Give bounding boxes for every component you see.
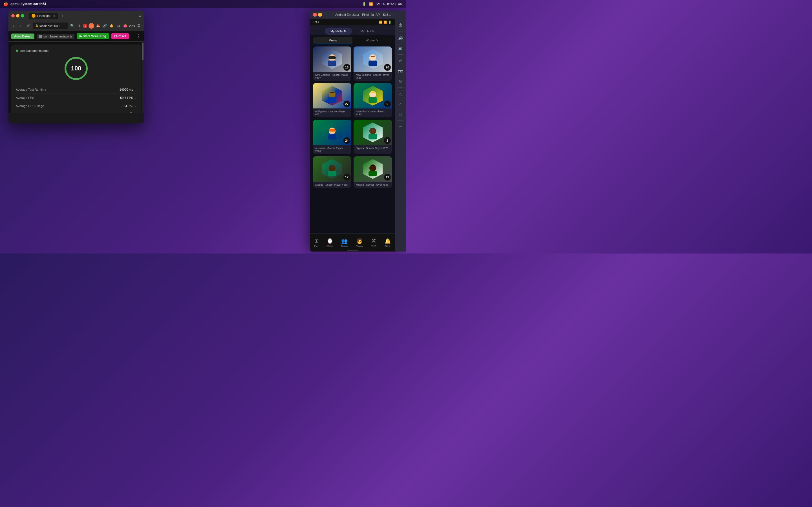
nft-badge-aus-m: 24 [343,137,350,144]
svg-point-31 [331,165,334,168]
maximize-button[interactable] [21,14,24,17]
nft-avatar-nga2 [322,159,342,179]
action-bar: Auto-Detect com.basementsports ▶ Start M… [8,31,144,42]
nft-avatar-aus-f [363,86,383,106]
mint-nfts-tab[interactable]: Mint NFTs [355,27,380,35]
nft-badge-nz-m: 16 [343,64,350,71]
browser-window: Flashlight × + ≡ ‹ › ↺ 🔒 localhost:3000 … [8,11,144,123]
nft-card-ph[interactable]: 27 Philippines - Soccer Player #821 [313,83,351,117]
volume-down-tool-button[interactable]: 🔉 [396,44,404,52]
svg-rect-16 [328,97,336,103]
forward-nav-button[interactable]: › [18,24,24,28]
battery-status-icon: 🔋 [388,20,391,24]
womens-tab[interactable]: Women's [352,37,392,44]
recents-tool-button[interactable]: □ [396,110,404,118]
rotate-tool-button[interactable]: ↺ [396,57,404,65]
address-bar[interactable]: 🔒 localhost:3000 [33,22,68,29]
close-button[interactable] [11,14,15,17]
browser-menu-icon[interactable]: ≡ [139,13,141,18]
nav-item-teams[interactable]: 👥 Teams [339,237,350,248]
browser-titlebar: Flashlight × + ≡ [8,11,144,21]
chevron-icon: ⌄ [134,88,137,91]
watch-nav-label: Watch [327,245,333,247]
metric-row-cpu[interactable]: Average CPU usage 23.3 % ⌄ [16,102,137,110]
start-measuring-button[interactable]: ▶ Start Measuring [77,33,109,39]
svg-point-34 [370,166,375,170]
metric-label-runtime: Average Test Runtime [16,88,46,91]
nav-item-alerts[interactable]: 🔔 Alerts [382,237,393,248]
more-tools-button[interactable]: ••• [396,123,404,131]
metric-row-high-cpu[interactable]: High CPU Usage None ✓ ⌄ [16,110,137,113]
chevron-icon: ⌄ [134,96,137,99]
svg-rect-9 [328,61,336,66]
emulator-min-button[interactable] [318,13,322,17]
android-content: 5:41 📶 🛜 🔋 My NFTs ↻ Mint NFTs [310,18,395,251]
back-tool-button[interactable]: ◁ [396,90,404,98]
browser-tab-flashlight[interactable]: Flashlight × [29,13,58,19]
gender-tabs: Men's Women's [313,37,392,44]
nft-image-ph: 27 [313,83,351,108]
tool-separator-1 [398,32,403,32]
nft-card-nga2[interactable]: 17 Nigeria - Soccer Player #488 [313,156,351,188]
tab-label: Flashlight [37,14,50,17]
metric-row-fps[interactable]: Average FPS 59.5 FPS ⌄ [16,94,137,102]
volume-up-tool-button[interactable]: 🔊 [396,34,404,42]
nft-card-nga3[interactable]: 19 Nigeria - Soccer Player #545 [354,156,392,188]
more-options-button[interactable]: ⋮ [137,34,141,39]
nav-item-build[interactable]: 🛠 Build [369,237,378,248]
mens-tab[interactable]: Men's [313,37,352,44]
link-icon[interactable]: 🔗 [102,23,108,29]
metric-label-fps: Average FPS [16,96,34,100]
tool-separator-4 [398,120,403,121]
nft-card-aus-m[interactable]: 24 Australia - Soccer Player #763 [313,120,351,154]
nav-item-watch[interactable]: ⌚ Watch [324,237,335,248]
minimize-button[interactable] [16,14,19,17]
app-indicator: com.basementsports [16,49,137,52]
screenshot-tool-button[interactable]: 📷 [396,67,404,75]
scrollbar-track[interactable] [142,42,144,113]
nft-badge-ph: 27 [343,101,350,107]
play-nav-icon: ⊞ [314,238,319,244]
players-nav-label: Players [356,245,363,247]
my-nfts-tab[interactable]: My NFTs ↻ [325,27,352,35]
tab-close-icon[interactable]: × [53,14,55,17]
refresh-icon[interactable]: ↻ [344,29,346,33]
metric-value-runtime: 14000 ms ⌄ [119,88,137,91]
nft-image-nz-m: 16 [313,47,351,72]
back-nav-button[interactable]: ‹ [11,24,16,28]
nav-item-players[interactable]: 🧑 Players [354,237,366,248]
metric-row-runtime[interactable]: Average Test Runtime 14000 ms ⌄ [16,86,137,94]
reload-nav-button[interactable]: ↺ [26,24,31,28]
nft-card-aus-f[interactable]: 9 Australia - Soccer Player #490 [354,83,392,117]
auto-detect-button[interactable]: Auto-Detect [11,34,35,39]
teams-nav-icon: 👥 [341,238,347,244]
zoom-tool-button[interactable]: ⊖ [396,77,404,85]
check-badge-icon: ✓ [129,112,133,113]
nft-image-nga1: 2 [354,120,392,145]
alert-toolbar-icon[interactable]: △ [89,23,94,29]
power-tool-button[interactable]: ⏻ [396,21,404,29]
nft-card-nz-m[interactable]: 16 New Zealand - Soccer Player #407 [313,47,351,81]
scrollbar-thumb[interactable] [142,43,144,60]
shield-toolbar-icon[interactable]: 1 [83,24,87,28]
nav-item-play[interactable]: ⊞ Play [312,237,321,248]
wallet-icon[interactable]: 👛 [122,23,128,29]
battery-icon: 🔋 [362,2,366,6]
home-tool-button[interactable]: ○ [396,100,404,108]
search-toolbar-icon[interactable]: 🔍 [69,23,75,29]
bell-icon[interactable]: 🔔 [109,23,114,29]
emulator-close-button[interactable] [313,13,317,17]
vpn-icon[interactable]: VPN [129,23,135,29]
nft-card-nga1[interactable]: 2 Nigeria - Soccer Player #170 [354,120,392,154]
app-indicator-label: com.basementsports [20,49,49,52]
sidebar-icon[interactable]: ⊟ [116,23,121,29]
nft-card-nz-f[interactable]: 20 New Zealand - Soccer Player #589 [354,47,392,81]
add-tab-button[interactable]: + [61,13,63,18]
share-toolbar-icon[interactable]: ⬆ [76,23,82,29]
hamburger-icon[interactable]: ☰ [136,23,142,29]
svg-point-20 [370,92,375,97]
fox-icon[interactable]: 🦊 [95,23,101,29]
play-nav-label: Play [314,245,319,247]
nft-image-nga2: 17 [313,156,351,182]
reset-button[interactable]: ⊟ Reset [111,33,129,39]
